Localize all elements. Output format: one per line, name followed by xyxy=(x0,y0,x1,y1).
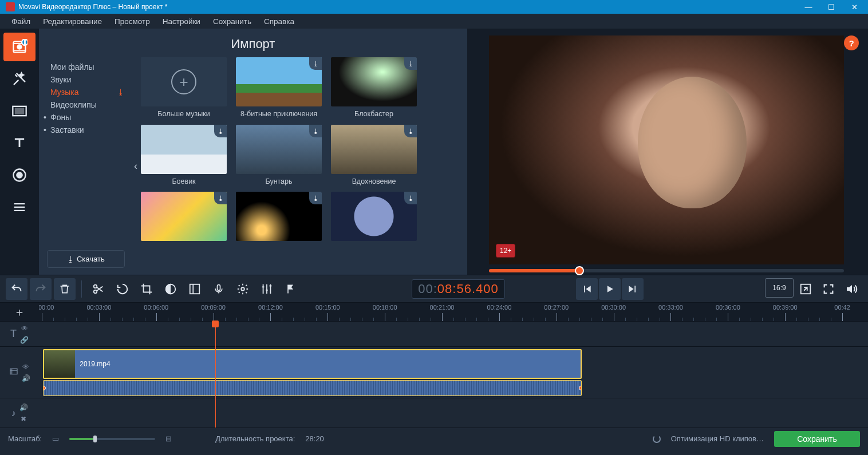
timeline-ruler[interactable]: 00:00:0000:03:0000:06:0000:09:0000:12:00… xyxy=(39,303,868,321)
preview-seekbar[interactable] xyxy=(489,269,844,272)
save-button[interactable]: Сохранить xyxy=(774,431,860,447)
zoom-slider-thumb[interactable] xyxy=(93,436,97,442)
media-thumb[interactable]: ⭳ xyxy=(236,192,322,244)
clip-filename: 2019.mp4 xyxy=(75,360,110,368)
preview-video[interactable]: 12+ xyxy=(489,35,844,264)
split-button[interactable] xyxy=(88,278,109,300)
text-track-body[interactable] xyxy=(39,322,868,346)
playhead-handle[interactable] xyxy=(212,321,219,327)
menu-файл[interactable]: Файл xyxy=(6,15,36,28)
detach-preview-button[interactable] xyxy=(795,278,816,300)
mute-icon[interactable]: 🔊 xyxy=(19,403,28,412)
maximize-button[interactable]: ☐ xyxy=(820,0,843,14)
tool-more[interactable] xyxy=(3,193,35,221)
delete-button[interactable] xyxy=(54,278,76,300)
import-category[interactable]: Заставки xyxy=(41,124,131,136)
zoom-fit-icon[interactable]: ▭ xyxy=(52,434,59,443)
ruler-label: 00:27:00 xyxy=(544,304,569,311)
media-thumb[interactable]: ⭳ xyxy=(331,192,417,244)
visibility-icon[interactable]: 👁 xyxy=(22,363,29,371)
import-category[interactable]: Фоны xyxy=(41,111,131,124)
editing-toolbar: 00:08:56.400 16:9 xyxy=(0,275,868,302)
settings-button[interactable] xyxy=(232,278,254,300)
collapse-sidebar-button[interactable]: ‹ xyxy=(131,57,141,275)
clip-properties-button[interactable] xyxy=(184,278,206,300)
media-thumb[interactable]: ⭳Блокбастер xyxy=(331,57,417,119)
zoom-timeline-icon[interactable]: ⊟ xyxy=(165,434,172,443)
video-track-icon xyxy=(9,367,18,378)
menu-редактирование[interactable]: Редактирование xyxy=(37,15,108,28)
undo-button[interactable] xyxy=(6,278,27,300)
ruler-label: 00:06:00 xyxy=(144,304,168,311)
import-category[interactable]: Мои файлы xyxy=(41,61,131,73)
import-category[interactable]: Видеоклипы xyxy=(41,98,131,111)
menu-просмотр[interactable]: Просмотр xyxy=(109,15,156,28)
download-button[interactable]: ⭳ Скачать xyxy=(47,250,125,268)
media-thumb[interactable]: ⭳ xyxy=(141,192,227,244)
music-track-head[interactable]: ♪ 🔊 ✖ xyxy=(0,398,39,428)
close-button[interactable]: ✕ xyxy=(843,0,866,14)
prev-frame-button[interactable] xyxy=(576,278,598,300)
volume-button[interactable] xyxy=(841,278,862,300)
thumb-label: Вдохновение xyxy=(352,174,396,187)
import-category[interactable]: Звуки xyxy=(41,73,131,86)
menu-настройки[interactable]: Настройки xyxy=(157,15,206,28)
help-button[interactable]: ? xyxy=(844,35,859,50)
svg-point-13 xyxy=(241,287,244,291)
svg-rect-12 xyxy=(218,284,220,290)
mute-icon[interactable]: 🔊 xyxy=(22,374,30,382)
import-category[interactable]: Музыка⭳ xyxy=(41,86,131,98)
tool-titles[interactable] xyxy=(3,129,35,157)
media-thumb[interactable]: ⭳Боевик xyxy=(141,125,227,187)
timeline: ＋ 00:00:0000:03:0000:06:0000:09:0000:12:… xyxy=(0,302,868,428)
seekbar-thumb[interactable] xyxy=(575,266,584,275)
marker-button[interactable] xyxy=(280,278,302,300)
tool-import[interactable]: ! xyxy=(3,33,35,61)
redo-button[interactable] xyxy=(30,278,52,300)
fx-icon[interactable]: ✖ xyxy=(21,415,26,423)
menu-справка[interactable]: Справка xyxy=(258,15,300,28)
color-adjust-button[interactable] xyxy=(160,278,182,300)
music-track-icon: ♪ xyxy=(11,408,16,418)
clip-audio-waveform[interactable] xyxy=(43,380,582,396)
record-audio-button[interactable] xyxy=(208,278,230,300)
ruler-label: 00:18:00 xyxy=(373,304,397,311)
play-button[interactable] xyxy=(599,278,621,300)
text-track-head[interactable]: T 👁 🔗 xyxy=(0,322,39,346)
video-clip[interactable]: 2019.mp4 xyxy=(43,349,582,379)
media-thumb[interactable]: ⭳Бунтарь xyxy=(236,125,322,187)
media-thumb[interactable]: +Больше музыки xyxy=(141,57,227,119)
minimize-button[interactable]: ― xyxy=(797,0,820,14)
media-thumb[interactable]: ⭳Вдохновение xyxy=(331,125,417,187)
clip-end-handle[interactable] xyxy=(579,386,582,390)
download-icon: ⭳ xyxy=(214,125,227,137)
download-icon: ⭳ xyxy=(404,125,417,137)
ruler-label: 00:21:00 xyxy=(430,304,455,311)
equalizer-button[interactable] xyxy=(256,278,278,300)
statusbar: Масштаб: ▭ ⊟ Длительность проекта: 28:20… xyxy=(0,428,868,449)
fullscreen-button[interactable] xyxy=(818,278,839,300)
tool-filters[interactable] xyxy=(3,65,35,93)
svg-rect-11 xyxy=(190,284,200,294)
music-track-body[interactable] xyxy=(39,398,868,428)
aspect-ratio-button[interactable]: 16:9 xyxy=(765,278,794,298)
add-track-button[interactable]: ＋ xyxy=(0,303,39,321)
tool-transitions[interactable] xyxy=(3,97,35,125)
video-track-head[interactable]: 👁 🔊 xyxy=(0,347,39,398)
app-icon xyxy=(6,2,15,11)
crop-button[interactable] xyxy=(136,278,157,300)
tool-stickers[interactable] xyxy=(3,161,35,189)
text-track-icon: T xyxy=(10,328,17,340)
rotate-button[interactable] xyxy=(112,278,133,300)
menu-сохранить[interactable]: Сохранить xyxy=(207,15,257,28)
next-frame-button[interactable] xyxy=(622,278,644,300)
visibility-icon[interactable]: 👁 xyxy=(21,325,28,333)
zoom-slider[interactable] xyxy=(69,438,155,440)
media-thumb[interactable]: ⭳8-битные приключения xyxy=(236,57,322,119)
video-track-body[interactable]: 2019.mp4 xyxy=(39,347,868,398)
link-icon[interactable]: 🔗 xyxy=(20,336,29,344)
download-icon: ⭳ xyxy=(404,57,417,70)
download-icon: ⭳ xyxy=(309,192,322,204)
timecode-display[interactable]: 00:08:56.400 xyxy=(412,279,504,299)
ruler-label: 00:36:00 xyxy=(716,304,740,311)
